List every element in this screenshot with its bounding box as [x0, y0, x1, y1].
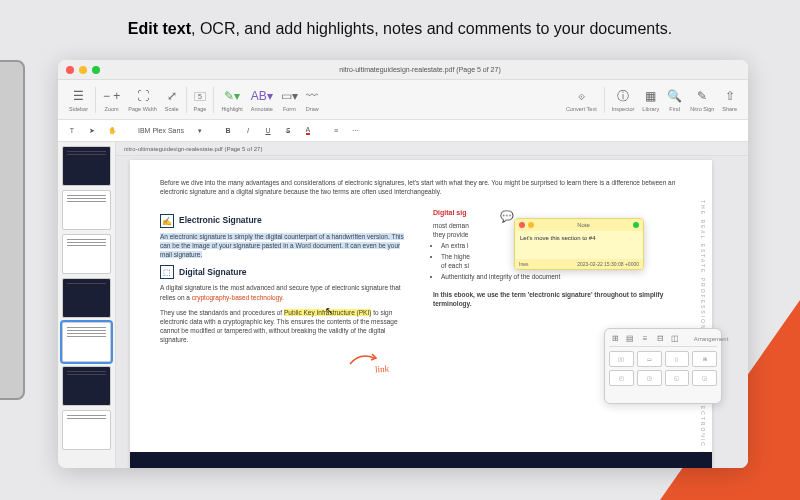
zoom-control[interactable]: − +Zoom: [100, 87, 123, 112]
section-2-title[interactable]: Digital Signature: [179, 267, 247, 279]
arr-opt-1[interactable]: ▯▯: [609, 351, 634, 367]
tablet-preview: [0, 60, 25, 400]
main-toolbar: ☰Sidebar − +Zoom ⛶Page Width ⤢Scale 5Pag…: [58, 80, 748, 120]
col2-conclusion[interactable]: In this ebook, we use the term 'electron…: [433, 290, 682, 308]
intro-paragraph[interactable]: Before we dive into the many advantages …: [160, 178, 682, 196]
page-thumb-5[interactable]: [62, 322, 111, 362]
note-close[interactable]: [519, 222, 525, 228]
arr-opt-4[interactable]: ⊞: [692, 351, 717, 367]
arr-opt-3[interactable]: ▯: [665, 351, 690, 367]
section-2-header: ⬚ Digital Signature: [160, 265, 409, 279]
note-popup[interactable]: Note Let's move this section to #4 Ines …: [514, 218, 644, 270]
form-tool[interactable]: ▭▾Form: [278, 87, 301, 112]
esignature-icon: ✍: [160, 214, 174, 228]
page-thumb-4[interactable]: [62, 278, 111, 318]
font-dropdown[interactable]: ▾: [192, 123, 208, 139]
scale-button[interactable]: ⤢Scale: [162, 87, 182, 112]
fullscreen-button[interactable]: [92, 66, 100, 74]
section-1-header: ✍ Electronic Signature: [160, 214, 409, 228]
note-author: Ines: [519, 261, 528, 267]
page-thumb-2[interactable]: [62, 190, 111, 230]
app-window: nitro-ultimateguidesign-realestate.pdf (…: [58, 60, 748, 468]
draw-tool[interactable]: 〰Draw: [303, 87, 322, 112]
comment-icon[interactable]: 💬: [500, 210, 514, 223]
cursor-tool[interactable]: ➤: [84, 123, 100, 139]
section-1-body[interactable]: An electronic signature is simply the di…: [160, 232, 409, 259]
hero-strong: Edit text: [128, 20, 191, 37]
italic-button[interactable]: I: [240, 123, 256, 139]
next-page-peek: [130, 452, 712, 468]
library-button[interactable]: ▦Library: [639, 87, 662, 112]
hero-rest: , OCR, and add highlights, notes and com…: [191, 20, 672, 37]
annotation-arrow: [348, 350, 378, 368]
section-2-body-2[interactable]: They use the standards and procedures of…: [160, 308, 409, 344]
sidebar-toggle[interactable]: ☰Sidebar: [66, 87, 91, 112]
arr-opt-7[interactable]: ◱: [665, 370, 690, 386]
app-body: nitro-ultimateguidesign-realestate.pdf (…: [58, 142, 748, 468]
thumbnail-sidebar: [58, 142, 116, 468]
bold-button[interactable]: B: [220, 123, 236, 139]
nitro-sign-button[interactable]: ✎Nitro Sign: [687, 87, 717, 112]
section-1-title[interactable]: Electronic Signature: [179, 215, 262, 227]
arr-opt-2[interactable]: ▭: [637, 351, 662, 367]
note-footer: Ines 2023-02-22 15:30:08 +0000: [515, 259, 643, 269]
col2-header[interactable]: Digital sig: [433, 208, 682, 218]
annotation-link-text[interactable]: link: [375, 364, 390, 375]
note-max[interactable]: [633, 222, 639, 228]
align-left[interactable]: ≡: [328, 123, 344, 139]
highlight-tool[interactable]: ✎▾Highlight: [218, 87, 245, 112]
titlebar: nitro-ultimateguidesign-realestate.pdf (…: [58, 60, 748, 80]
minimize-button[interactable]: [79, 66, 87, 74]
arr-tab-5[interactable]: ◫: [669, 333, 681, 345]
arr-opt-5[interactable]: ◰: [609, 370, 634, 386]
page-thumb-1[interactable]: [62, 146, 111, 186]
document-area[interactable]: nitro-ultimateguidesign-realestate.pdf (…: [116, 142, 748, 468]
convert-text-button[interactable]: ⟐Convert Text: [563, 87, 600, 112]
note-header: Note: [515, 219, 643, 231]
arrangement-header: ⊞ ▤ ≡ ⊟ ◫ Arrangement: [609, 333, 717, 347]
hand-tool[interactable]: ✋: [104, 123, 120, 139]
underline-button[interactable]: U: [260, 123, 276, 139]
close-button[interactable]: [66, 66, 74, 74]
hero-text: Edit text, OCR, and add highlights, note…: [0, 0, 800, 52]
arr-opt-8[interactable]: ◲: [692, 370, 717, 386]
share-button[interactable]: ⇧Share: [719, 87, 740, 112]
arrangement-panel[interactable]: ⊞ ▤ ≡ ⊟ ◫ Arrangement ▯▯ ▭ ▯ ⊞ ◰ ◳ ◱ ◲: [604, 328, 722, 404]
arr-tab-2[interactable]: ▤: [624, 333, 636, 345]
section-2-body-1[interactable]: A digital signature is the most advanced…: [160, 283, 409, 301]
inspector-button[interactable]: ⓘInspector: [609, 87, 638, 112]
arr-opt-6[interactable]: ◳: [637, 370, 662, 386]
text-tool[interactable]: T: [64, 123, 80, 139]
note-title: Note: [537, 222, 630, 228]
arr-tab-4[interactable]: ⊟: [654, 333, 666, 345]
note-body[interactable]: Let's move this section to #4: [515, 231, 643, 259]
page-nav[interactable]: 5Page: [191, 87, 210, 112]
arr-tab-1[interactable]: ⊞: [609, 333, 621, 345]
align-tools[interactable]: ⋯: [348, 123, 364, 139]
traffic-lights: [66, 66, 100, 74]
arr-tab-3[interactable]: ≡: [639, 333, 651, 345]
strike-button[interactable]: S̶: [280, 123, 296, 139]
font-select[interactable]: IBM Plex Sans: [134, 127, 188, 134]
format-toolbar: T ➤ ✋ IBM Plex Sans ▾ B I U S̶ A ≡ ⋯: [58, 120, 748, 142]
note-min[interactable]: [528, 222, 534, 228]
crypto-link[interactable]: cryptography-based technology.: [192, 294, 284, 301]
digital-sig-icon: ⬚: [160, 265, 174, 279]
page-width-button[interactable]: ⛶Page Width: [125, 87, 159, 112]
window-title: nitro-ultimateguidesign-realestate.pdf (…: [100, 66, 740, 73]
page-thumb-6[interactable]: [62, 366, 111, 406]
page-thumb-7[interactable]: [62, 410, 111, 450]
bullet-3[interactable]: Authenticity and integrity of the docume…: [441, 272, 682, 281]
arrangement-grid: ▯▯ ▭ ▯ ⊞ ◰ ◳ ◱ ◲: [609, 347, 717, 390]
pdf-page: THE REAL ESTATE PROFESSIONAL'S GUIDE TO …: [130, 160, 712, 468]
left-column: ✍ Electronic Signature An electronic sig…: [160, 208, 409, 350]
annotate-tool[interactable]: AB▾Annotate: [248, 87, 276, 112]
find-button[interactable]: 🔍Find: [664, 87, 685, 112]
pki-highlight[interactable]: Public Key Infrastructure (PKI): [284, 309, 371, 316]
text-color[interactable]: A: [300, 123, 316, 139]
arrangement-title: Arrangement: [705, 333, 717, 345]
page-thumb-3[interactable]: [62, 234, 111, 274]
note-timestamp: 2023-02-22 15:30:08 +0000: [577, 261, 639, 267]
document-tab[interactable]: nitro-ultimateguidesign-realestate.pdf (…: [116, 142, 748, 156]
